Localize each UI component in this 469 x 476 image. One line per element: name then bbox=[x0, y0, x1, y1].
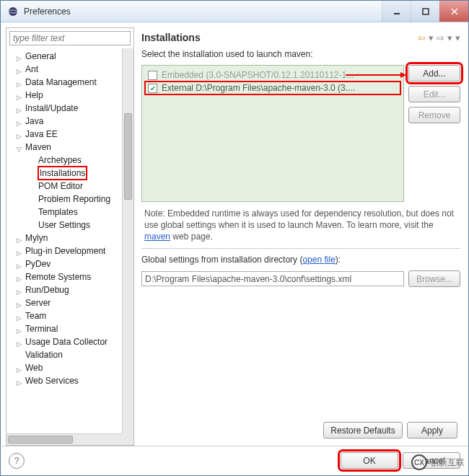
window-buttons bbox=[382, 1, 468, 22]
filter-input[interactable] bbox=[9, 31, 131, 45]
tree-item[interactable]: Java bbox=[25, 116, 43, 126]
add-button[interactable]: Add... bbox=[408, 65, 460, 81]
dialog-body: GeneralAntData ManagementHelpInstall/Upd… bbox=[1, 22, 468, 475]
checkbox-icon[interactable] bbox=[148, 71, 157, 80]
tree-item[interactable]: Installations bbox=[38, 167, 87, 180]
tree-item[interactable]: Run/Debug bbox=[25, 285, 69, 295]
browse-button[interactable]: Browse... bbox=[408, 270, 460, 287]
edit-button[interactable]: Edit... bbox=[408, 86, 460, 102]
apply-button[interactable]: Apply bbox=[407, 422, 457, 438]
close-button[interactable] bbox=[439, 1, 468, 22]
tree-item[interactable]: Archetypes bbox=[38, 155, 82, 165]
page-title: Installations bbox=[141, 32, 201, 43]
tree-item[interactable]: Help bbox=[25, 90, 43, 100]
tree-item[interactable]: User Settings bbox=[38, 220, 90, 230]
minimize-button[interactable] bbox=[382, 1, 411, 22]
category-tree-panel: GeneralAntData ManagementHelpInstall/Upd… bbox=[6, 27, 134, 446]
watermark: CX 创新互联 bbox=[411, 454, 465, 470]
install-label: External D:\Program Files\apache-maven-3… bbox=[162, 83, 355, 93]
tree-item[interactable]: Usage Data Collector bbox=[25, 337, 108, 347]
select-install-label: Select the installation used to launch m… bbox=[141, 49, 460, 59]
tree-item[interactable]: Remote Systems bbox=[25, 272, 91, 282]
tree-item[interactable]: Plug-in Development bbox=[25, 246, 105, 256]
svg-rect-2 bbox=[394, 13, 400, 14]
titlebar[interactable]: Preferences bbox=[1, 1, 468, 22]
global-settings-field[interactable] bbox=[141, 271, 404, 286]
maven-link[interactable]: maven bbox=[144, 232, 170, 242]
forward-menu-icon[interactable]: ▾ bbox=[447, 32, 452, 43]
tree-viewport: GeneralAntData ManagementHelpInstall/Upd… bbox=[6, 48, 133, 445]
page-header: Installations ⇦ ▾ ⇨ ▾ ▾ bbox=[139, 27, 463, 49]
settings-page: Installations ⇦ ▾ ⇨ ▾ ▾ Select the insta… bbox=[139, 27, 463, 446]
watermark-logo: CX bbox=[411, 454, 427, 470]
tree-item[interactable]: Web bbox=[25, 363, 43, 373]
tree-item[interactable]: Java EE bbox=[25, 129, 58, 139]
eclipse-icon bbox=[6, 5, 19, 18]
tree-item[interactable]: Validation bbox=[25, 350, 63, 360]
help-icon[interactable]: ? bbox=[9, 453, 25, 469]
back-menu-icon[interactable]: ▾ bbox=[429, 32, 434, 43]
forward-icon[interactable]: ⇨ bbox=[437, 32, 444, 43]
tree-item[interactable]: Templates bbox=[38, 207, 78, 217]
watermark-text: 创新互联 bbox=[430, 457, 465, 469]
tree-item[interactable]: Maven bbox=[25, 142, 51, 152]
window-title: Preferences bbox=[24, 6, 71, 17]
global-settings-label: Global settings from installation direct… bbox=[141, 255, 460, 265]
svg-point-0 bbox=[9, 7, 17, 16]
checkbox-icon[interactable]: ✔ bbox=[148, 84, 157, 93]
install-item-external[interactable]: ✔ External D:\Program Files\apache-maven… bbox=[145, 81, 400, 94]
page-menu-icon[interactable]: ▾ bbox=[455, 32, 460, 43]
tree-item[interactable]: Install/Update bbox=[25, 103, 78, 113]
remove-button[interactable]: Remove bbox=[408, 107, 460, 123]
ok-button[interactable]: OK bbox=[341, 452, 398, 469]
tree-item[interactable]: POM Editor bbox=[38, 181, 83, 191]
dialog-footer: ? OK Cancel bbox=[1, 446, 468, 475]
tree-item[interactable]: Mylyn bbox=[25, 233, 48, 243]
tree-item[interactable]: Team bbox=[25, 311, 46, 321]
tree-item[interactable]: Data Management bbox=[25, 77, 97, 87]
vertical-scrollbar[interactable] bbox=[122, 48, 133, 433]
open-file-link[interactable]: open file bbox=[302, 255, 335, 265]
scroll-corner bbox=[122, 433, 133, 445]
maximize-button[interactable] bbox=[411, 1, 439, 22]
tree-item[interactable]: Terminal bbox=[25, 324, 58, 334]
tree-item[interactable]: Ant bbox=[25, 64, 38, 74]
annotation-arrow bbox=[346, 74, 403, 76]
note-text: Note: Embedded runtime is always used fo… bbox=[141, 208, 460, 242]
tree-item[interactable]: Problem Reporting bbox=[38, 194, 110, 204]
tree-item[interactable]: PyDev bbox=[25, 259, 51, 269]
tree-item[interactable]: Server bbox=[25, 298, 51, 308]
separator bbox=[141, 248, 460, 249]
horizontal-scrollbar[interactable] bbox=[6, 433, 122, 445]
install-item-embedded[interactable]: Embedded (3.0-SNAPSHOT/0.12.1.20110112-1… bbox=[145, 69, 400, 81]
preferences-window: Preferences GeneralAntData ManagementHel… bbox=[0, 0, 469, 476]
restore-defaults-button[interactable]: Restore Defaults bbox=[323, 422, 403, 438]
page-nav: ⇦ ▾ ⇨ ▾ ▾ bbox=[418, 32, 460, 43]
tree-item[interactable]: General bbox=[25, 51, 56, 61]
tree-item[interactable]: Web Services bbox=[25, 376, 79, 386]
back-icon[interactable]: ⇦ bbox=[418, 32, 426, 43]
svg-rect-3 bbox=[423, 9, 429, 14]
install-label: Embedded (3.0-SNAPSHOT/0.12.1.20110112-1… bbox=[162, 70, 354, 80]
installations-list[interactable]: Embedded (3.0-SNAPSHOT/0.12.1.20110112-1… bbox=[141, 65, 404, 202]
